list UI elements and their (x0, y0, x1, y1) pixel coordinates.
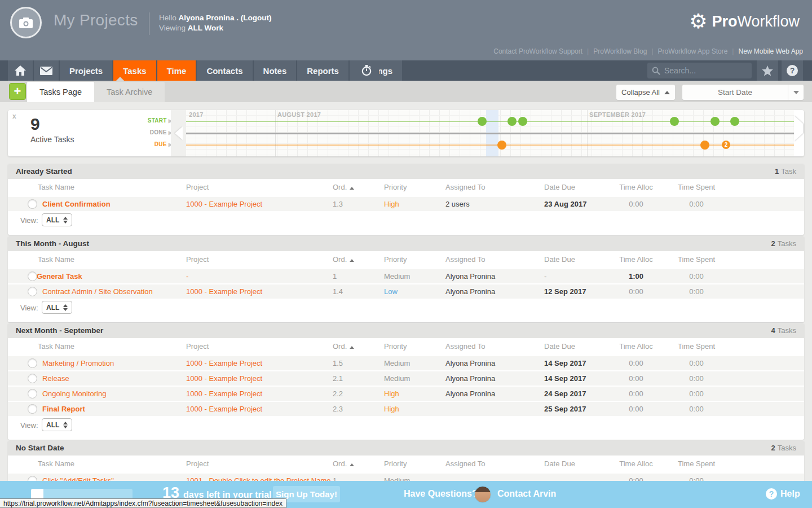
task-start-dot[interactable] (710, 117, 720, 126)
column-header-ord[interactable]: Ord. (333, 456, 354, 472)
project-link[interactable]: 1000 - Example Project (186, 197, 262, 211)
timeline-scroll-left[interactable] (171, 110, 186, 156)
gear-logo-icon: ⚙ (689, 11, 707, 32)
section-this-month-august: This Month - August2TasksTask NameProjec… (8, 236, 804, 322)
project-link[interactable]: 1000 - Example Project (186, 284, 262, 299)
column-header-ord[interactable]: Ord. (333, 251, 354, 268)
view-select[interactable]: ALL (42, 301, 72, 314)
view-label: View: (20, 421, 38, 430)
stopwatch-icon (361, 64, 372, 77)
time-alloc-value: 0:00 (608, 402, 664, 416)
column-header-ord[interactable]: Ord. (333, 179, 354, 196)
timeline-scroll-right[interactable] (794, 124, 803, 134)
nav-item-label: Notes (263, 66, 287, 76)
section-header[interactable]: No Start Date2Tasks (8, 440, 804, 456)
task-name-link[interactable]: General Task (37, 269, 82, 283)
project-link[interactable]: 1000 - Example Project (186, 371, 262, 386)
task-name-link[interactable]: Final Report (42, 402, 85, 416)
task-name-link[interactable]: Marketing / Promotion (42, 356, 114, 370)
task-checkbox[interactable] (28, 287, 37, 296)
header-link[interactable]: ProWorkflow App Store (658, 47, 728, 55)
lane-label-done: DONE▶ (150, 129, 173, 135)
nav-item-reports[interactable]: Reports (297, 60, 348, 81)
close-timeline-button[interactable]: x (12, 112, 16, 120)
project-link[interactable]: 1000 - Example Project (186, 402, 262, 416)
task-start-dot[interactable] (508, 117, 517, 126)
favorites-button[interactable] (757, 60, 778, 81)
project-link[interactable]: 1000 - Example Project (186, 356, 262, 370)
task-name-link[interactable]: Release (42, 371, 69, 386)
date-due-value: 12 Sep 2017 (544, 284, 586, 299)
active-tab-notch (116, 77, 124, 81)
task-checkbox[interactable] (28, 389, 37, 398)
timer-nav-button[interactable] (354, 60, 379, 81)
project-link[interactable]: - (186, 269, 188, 283)
task-name-link[interactable]: Client Confirmation (42, 197, 111, 211)
help-nav-button[interactable]: ? (782, 60, 803, 81)
nav-item-mail[interactable] (34, 60, 59, 81)
greeting: Hello Alyona Pronina . (Logout) Viewing … (159, 13, 272, 33)
column-header-pri: Priority (384, 456, 407, 472)
column-header-ord[interactable]: Ord. (333, 338, 354, 355)
collapse-all-button[interactable]: Collapse All (616, 85, 675, 100)
header-link[interactable]: ProWorkflow Blog (593, 47, 647, 55)
section-header[interactable]: This Month - August2Tasks (8, 236, 804, 251)
task-checkbox[interactable] (28, 404, 37, 414)
month-label: SEPTEMBER 2017 (589, 111, 646, 118)
chevron-right-icon (794, 116, 803, 141)
add-task-button[interactable]: + (9, 83, 26, 100)
help-button[interactable]: ? Help (766, 488, 800, 500)
logout-link[interactable]: Logout (243, 14, 269, 22)
column-header-row: Task NameProjectOrd.PriorityAssigned ToD… (8, 338, 804, 355)
sort-select[interactable]: Start Date (682, 85, 804, 100)
header-link[interactable]: Contact ProWorkflow Support (493, 47, 582, 55)
column-header-task: Task Name (38, 456, 74, 472)
timeline-grid[interactable]: 2017AUGUST 2017SEPTEMBER 20172 (186, 110, 794, 156)
search-input[interactable] (664, 66, 743, 75)
task-name-link[interactable]: Ongoing Monitoring (42, 387, 106, 401)
nav-item-time[interactable]: Time (157, 60, 196, 81)
project-link[interactable]: 1000 - Example Project (186, 387, 262, 401)
month-label: 2017 (189, 111, 204, 118)
view-select[interactable]: ALL (42, 418, 72, 431)
time-spent-value: 0:00 (668, 269, 725, 283)
task-due-dot[interactable] (497, 141, 506, 150)
task-name-link[interactable]: Contract Admin / Site Observation (42, 284, 153, 299)
sort-dropdown-button[interactable] (788, 85, 804, 100)
task-row: Marketing / Promotion1000 - Example Proj… (8, 356, 804, 370)
tab-tasks-page[interactable]: Tasks Page (27, 82, 94, 102)
column-header-pri: Priority (384, 338, 407, 355)
task-checkbox[interactable] (28, 358, 37, 368)
viewing-prefix: Viewing (159, 24, 188, 32)
order-value: 1.3 (333, 197, 343, 211)
task-start-dot[interactable] (730, 117, 739, 126)
task-checkbox[interactable] (28, 199, 37, 209)
support-avatar[interactable] (474, 486, 491, 503)
view-select[interactable]: ALL (42, 213, 72, 226)
section-header[interactable]: Already Started1Task (8, 164, 804, 179)
date-due-value: - (544, 269, 546, 283)
task-checkbox[interactable] (28, 271, 37, 281)
task-start-dot[interactable] (518, 117, 527, 126)
nav-item-contacts[interactable]: Contacts (197, 60, 252, 81)
task-checkbox[interactable] (28, 374, 37, 383)
logout-sep: . ( (235, 14, 244, 22)
assigned-to-value: Alyona Pronina (445, 284, 495, 299)
task-due-dot[interactable] (700, 141, 709, 150)
lane-line-done (186, 133, 794, 134)
tab-task-archive[interactable]: Task Archive (94, 82, 165, 102)
view-filter-row: View:ALL (8, 299, 804, 318)
priority-value: High (384, 197, 399, 211)
nav-item-notes[interactable]: Notes (254, 60, 297, 81)
header-link[interactable]: New Mobile Web App (738, 47, 803, 55)
task-start-dot[interactable] (670, 117, 679, 126)
contact-arvin-link[interactable]: Contact Arvin (497, 489, 556, 499)
nav-item-projects[interactable]: Projects (60, 60, 112, 81)
task-start-dot[interactable] (478, 117, 487, 126)
nav-item-home[interactable] (8, 60, 33, 81)
order-value: 2.3 (333, 402, 343, 416)
task-due-count-badge[interactable]: 2 (722, 141, 730, 149)
account-avatar[interactable] (10, 7, 42, 38)
section-header[interactable]: Next Month - September4Tasks (8, 323, 804, 338)
camera-icon (19, 16, 33, 29)
